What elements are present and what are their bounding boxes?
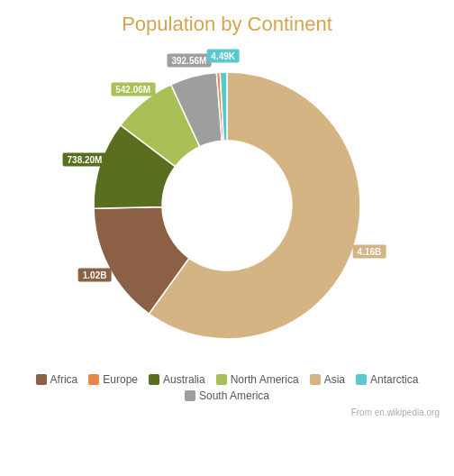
donut-hole [163,142,291,270]
legend-label: Asia [324,373,345,386]
legend: AfricaEuropeAustraliaNorth AmericaAsiaAn… [0,368,454,404]
legend-item-antarctica: Antarctica [356,373,418,386]
legend-item-europe: Europe [88,373,138,386]
legend-item-north-america: North America [216,373,299,386]
legend-swatch [36,374,47,385]
legend-label: Australia [163,373,205,386]
source-text: From en.wikipedia.org [0,404,454,417]
legend-swatch [216,374,227,385]
label-north-america: 738.20M [63,153,107,167]
label-south-america: 392.56M [167,54,211,68]
legend-swatch [185,390,195,401]
legend-label: Europe [103,373,138,386]
legend-label: South America [199,389,269,402]
legend-item-australia: Australia [149,373,205,386]
legend-swatch [310,374,321,385]
label-africa: 542.06M [111,82,155,96]
label-asia: 4.16B [353,245,386,259]
legend-item-africa: Africa [36,373,78,386]
label-antarctica: 4.49K [206,50,240,63]
legend-swatch [356,374,367,385]
legend-swatch [88,374,99,385]
legend-swatch [149,374,159,385]
chart-title: Population by Continent [0,0,454,43]
legend-item-asia: Asia [310,373,345,386]
legend-label: Africa [50,373,78,386]
legend-item-south-america: South America [185,389,269,402]
label-europe: 1.02B [78,269,112,282]
chart-area: 4.16B1.02B738.20M542.06M392.56M4.49K [65,43,389,368]
legend-label: North America [231,373,299,386]
legend-label: Antarctica [370,373,418,386]
